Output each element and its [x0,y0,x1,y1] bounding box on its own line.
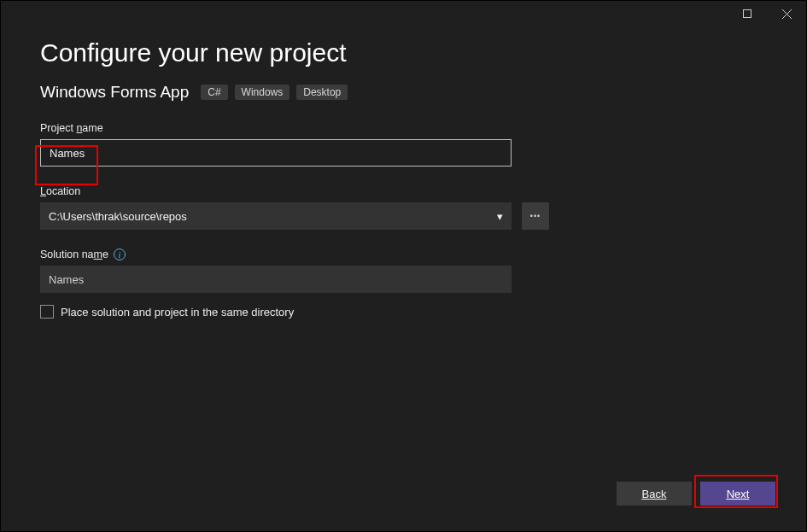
project-name-input[interactable] [40,139,512,167]
tag-desktop: Desktop [296,85,348,100]
page-title: Configure your new project [40,38,767,67]
location-row: C:\Users\thrak\source\repos ▾ ••• [40,202,767,230]
close-button[interactable] [767,1,806,26]
titlebar [728,1,806,26]
solution-name-label: Solution name i [40,248,767,260]
solution-name-input[interactable]: Names [40,266,512,293]
content-area: Configure your new project Windows Forms… [40,38,767,463]
tag-row: C# Windows Desktop [201,85,348,100]
tag-windows: Windows [235,85,290,100]
maximize-button[interactable] [728,1,767,26]
template-name: Windows Forms App [40,83,189,102]
location-select[interactable]: C:\Users\thrak\source\repos ▾ [40,202,512,230]
next-button[interactable]: Next [700,482,775,506]
new-project-dialog: Configure your new project Windows Forms… [0,0,807,532]
back-button[interactable]: Back [617,482,692,506]
location-label: Location [40,185,767,197]
same-directory-row: Place solution and project in the same d… [40,305,767,319]
template-row: Windows Forms App C# Windows Desktop [40,83,767,102]
svg-rect-0 [744,10,751,18]
tag-csharp: C# [201,85,227,100]
footer-buttons: Back Next [617,482,775,506]
project-name-label: Project name [40,122,767,134]
close-icon [782,9,792,19]
ellipsis-icon: ••• [530,212,541,220]
browse-button[interactable]: ••• [522,202,549,230]
same-directory-checkbox[interactable] [40,305,54,319]
same-directory-label: Place solution and project in the same d… [61,306,294,319]
solution-name-value: Names [49,273,84,286]
location-value: C:\Users\thrak\source\repos [49,210,187,223]
info-icon[interactable]: i [114,248,126,260]
maximize-icon [743,9,751,18]
chevron-down-icon: ▾ [497,210,503,223]
